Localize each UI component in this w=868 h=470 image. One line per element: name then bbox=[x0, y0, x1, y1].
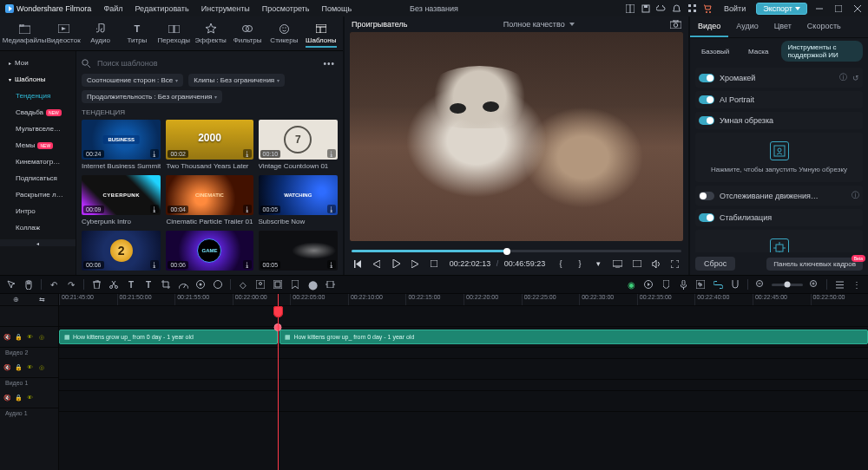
keyframes-button[interactable]: Панель ключевых кадровBeta bbox=[766, 258, 863, 271]
filter-duration[interactable]: Продолжительность : Без ограничения▾ bbox=[82, 90, 222, 103]
subtab-mask[interactable]: Маска bbox=[742, 45, 774, 58]
aiportrait-toggle[interactable] bbox=[699, 95, 714, 104]
download-icon[interactable]: ⭳ bbox=[243, 149, 252, 158]
tab-titles[interactable]: TТитры bbox=[119, 20, 155, 50]
target-icon[interactable]: ◎ bbox=[36, 362, 46, 372]
speed-icon[interactable] bbox=[177, 278, 189, 290]
download-icon[interactable]: ⭳ bbox=[243, 260, 252, 269]
template-card[interactable]: 00:10⭳Vintage Countdown 01 bbox=[259, 120, 338, 170]
tab-color[interactable]: Цвет bbox=[766, 16, 799, 37]
nav-item-2[interactable]: Мультвселе… bbox=[0, 121, 76, 137]
menu-file[interactable]: Файл bbox=[98, 3, 128, 15]
apps-icon[interactable] bbox=[687, 3, 698, 14]
tab-audio[interactable]: Аудио bbox=[82, 20, 118, 50]
step-fwd-button[interactable] bbox=[409, 258, 421, 270]
template-card[interactable]: 00:02⭳Two Thousand Years Later bbox=[166, 120, 253, 170]
nav-item-6[interactable]: Раскрытие л… bbox=[0, 186, 76, 203]
time-ruler[interactable]: 00:21:45:00 00:21:50:00 00:21:55:00 00:2… bbox=[59, 294, 868, 306]
info-icon[interactable]: ⓘ bbox=[852, 190, 859, 201]
voiceover-icon[interactable] bbox=[677, 278, 689, 290]
step-back-button[interactable] bbox=[371, 258, 383, 270]
zoom-slider[interactable] bbox=[772, 284, 803, 286]
nav-item-0[interactable]: Тенденция bbox=[0, 88, 76, 104]
login-button[interactable]: Войти bbox=[719, 3, 751, 15]
fullscreen-icon[interactable] bbox=[669, 258, 681, 270]
save-icon[interactable] bbox=[641, 3, 651, 14]
stab-toggle[interactable] bbox=[699, 213, 714, 222]
nav-my[interactable]: ▸Мои bbox=[0, 55, 76, 71]
hide-icon[interactable]: 👁 bbox=[25, 332, 35, 342]
download-icon[interactable]: ⭳ bbox=[327, 205, 336, 213]
snapshot-icon[interactable] bbox=[670, 20, 681, 29]
download-icon[interactable]: ⭳ bbox=[150, 149, 159, 158]
hide-icon[interactable]: 👁 bbox=[25, 362, 35, 372]
hide-icon[interactable]: 👁 bbox=[25, 393, 35, 402]
cloud-icon[interactable] bbox=[656, 3, 667, 14]
tracks-view-icon[interactable] bbox=[833, 278, 845, 290]
template-card[interactable]: 00:06⭳ bbox=[166, 231, 253, 271]
marker[interactable] bbox=[273, 323, 281, 331]
expand-icon[interactable] bbox=[324, 278, 336, 290]
tab-stickers[interactable]: Стикеры bbox=[266, 20, 302, 50]
maximize-button[interactable] bbox=[832, 3, 845, 15]
tab-transitions[interactable]: Переходы bbox=[155, 20, 192, 50]
nav-item-5[interactable]: Подписаться bbox=[0, 170, 76, 186]
minimize-button[interactable] bbox=[812, 3, 826, 15]
tab-audio2[interactable]: Аудио bbox=[728, 16, 766, 37]
lock-icon[interactable]: 🔒 bbox=[14, 332, 23, 342]
download-icon[interactable]: ⭳ bbox=[327, 260, 336, 269]
lock-icon[interactable]: 🔒 bbox=[14, 362, 23, 372]
nav-item-4[interactable]: Кинематогр… bbox=[0, 153, 76, 170]
download-icon[interactable]: ⭳ bbox=[150, 205, 159, 213]
redo-icon[interactable]: ↷ bbox=[65, 278, 77, 290]
lock-icon[interactable]: 🔒 bbox=[14, 393, 23, 402]
pointer-icon[interactable] bbox=[5, 278, 17, 290]
tab-stock[interactable]: Видеосток bbox=[45, 20, 82, 50]
target-icon[interactable]: ◎ bbox=[36, 332, 46, 342]
more-icon[interactable]: ••• bbox=[320, 59, 338, 69]
tab-effects[interactable]: Эффекты bbox=[193, 20, 229, 50]
track-opts-icon[interactable]: ⇆ bbox=[36, 295, 47, 305]
template-card[interactable]: 00:06⭳ bbox=[82, 231, 161, 271]
tab-speed[interactable]: Скорость bbox=[799, 16, 849, 37]
settings2-icon[interactable]: ▾ bbox=[593, 258, 605, 270]
download-icon[interactable]: ⭳ bbox=[150, 260, 159, 269]
nav-templates[interactable]: ▾Шаблоны bbox=[0, 71, 76, 88]
quality-select[interactable]: Полное качество bbox=[503, 20, 575, 29]
mark-in-icon[interactable]: { bbox=[555, 258, 567, 270]
mark-out-icon[interactable]: } bbox=[574, 258, 586, 270]
marker2-icon[interactable] bbox=[660, 278, 672, 290]
split-icon[interactable] bbox=[108, 278, 120, 290]
record-icon[interactable]: ⬤ bbox=[306, 278, 319, 290]
subtab-basic[interactable]: Базовый bbox=[695, 45, 735, 58]
display-icon[interactable] bbox=[612, 258, 624, 270]
text2-icon[interactable]: T bbox=[142, 278, 155, 290]
hand-icon[interactable] bbox=[23, 278, 35, 290]
smartcrop-toggle[interactable] bbox=[699, 116, 714, 125]
mute-icon[interactable]: 🔇 bbox=[3, 332, 12, 342]
tab-filters[interactable]: Фильтры bbox=[229, 20, 266, 50]
tab-video[interactable]: Видео bbox=[690, 16, 728, 37]
render-icon[interactable] bbox=[642, 278, 654, 290]
volume-icon[interactable] bbox=[650, 258, 662, 270]
cart-icon[interactable] bbox=[703, 3, 713, 14]
text-icon[interactable]: T bbox=[125, 278, 137, 290]
smartcrop-run-button[interactable] bbox=[770, 141, 789, 160]
filter-clips[interactable]: Клипы : Без ограничения▾ bbox=[188, 74, 285, 87]
link-icon[interactable] bbox=[712, 278, 724, 290]
color-icon[interactable] bbox=[194, 278, 207, 290]
template-card[interactable]: 00:24⭳Internet Business Summit bbox=[82, 120, 161, 170]
toolbar-more-icon[interactable]: ⋮ bbox=[851, 278, 863, 290]
chromakey-toggle[interactable] bbox=[699, 74, 714, 82]
mute-icon[interactable]: 🔇 bbox=[3, 393, 12, 402]
scrub-handle[interactable] bbox=[503, 248, 510, 255]
scroll-left-icon[interactable]: ◂ bbox=[0, 239, 76, 246]
menu-view[interactable]: Просмотреть bbox=[257, 3, 315, 15]
layout-icon[interactable] bbox=[625, 3, 635, 14]
play-button[interactable] bbox=[390, 258, 402, 270]
bell-icon[interactable] bbox=[672, 3, 682, 14]
subtab-ai[interactable]: Инструменты с поддержкой ИИ bbox=[781, 41, 863, 62]
filter-aspect[interactable]: Соотношение сторон : Все▾ bbox=[82, 74, 183, 87]
menu-tools[interactable]: Инструменты bbox=[196, 3, 255, 15]
menu-edit[interactable]: Редактировать bbox=[130, 3, 194, 15]
